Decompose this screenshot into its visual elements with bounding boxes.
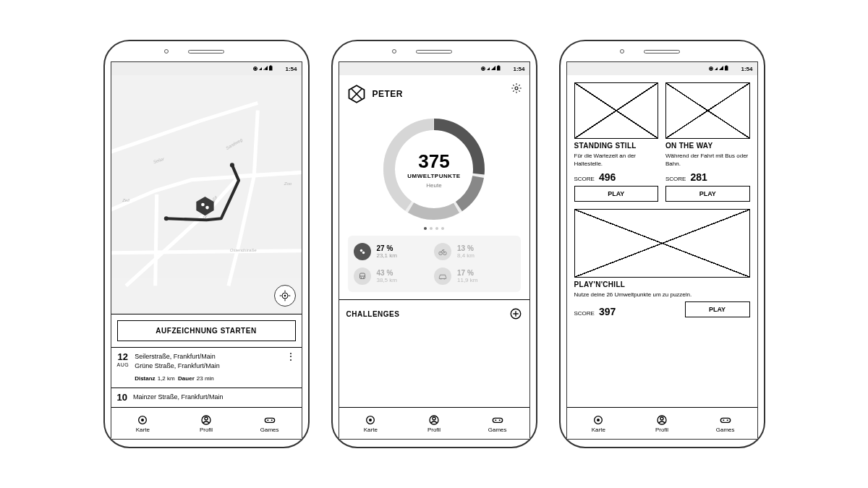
svg-point-50 <box>441 278 442 280</box>
play-button[interactable]: PLAY <box>685 301 750 317</box>
avatar-hex-icon[interactable] <box>346 84 367 104</box>
svg-point-49 <box>362 277 363 278</box>
page-dots[interactable] <box>339 227 529 230</box>
svg-point-67 <box>597 419 600 421</box>
status-time: 1:54 <box>285 66 297 72</box>
svg-point-72 <box>726 419 728 421</box>
tab-profile[interactable]: Profil <box>630 408 694 439</box>
svg-point-36 <box>515 87 518 90</box>
tab-games[interactable]: Games <box>466 408 529 439</box>
play-button[interactable]: PLAY <box>665 186 750 202</box>
svg-rect-26 <box>265 418 274 422</box>
game-card-standing-still: STANDING STILL Für die Wartezeit an der … <box>574 82 659 202</box>
svg-point-27 <box>267 419 268 421</box>
tab-games[interactable]: Games <box>238 408 302 439</box>
svg-rect-32 <box>498 66 500 67</box>
svg-point-15 <box>205 206 209 210</box>
gamepad-icon <box>264 414 276 426</box>
svg-point-56 <box>369 419 372 421</box>
challenges-row[interactable]: CHALLENGES <box>339 299 529 328</box>
svg-point-42 <box>359 249 362 252</box>
status-icons <box>253 65 282 72</box>
svg-rect-59 <box>493 418 502 422</box>
svg-rect-65 <box>726 66 728 67</box>
phone-profile: 1:54 PETER 375 <box>331 40 537 448</box>
svg-point-12 <box>229 163 234 167</box>
image-placeholder <box>574 209 750 278</box>
image-placeholder <box>665 82 750 139</box>
svg-rect-2 <box>269 67 273 71</box>
transit-icon <box>354 267 371 285</box>
play-button[interactable]: PLAY <box>574 186 659 202</box>
walk-icon <box>354 243 371 260</box>
svg-point-69 <box>660 417 663 420</box>
svg-text:Ostendstraße: Ostendstraße <box>229 248 256 252</box>
target-icon <box>137 414 148 426</box>
status-bar: 1:54 <box>339 62 529 75</box>
svg-point-25 <box>205 417 208 420</box>
svg-point-43 <box>362 252 365 254</box>
svg-point-48 <box>360 277 361 278</box>
tab-bar: Karte Profil Games <box>111 407 302 439</box>
locate-button[interactable] <box>274 285 296 307</box>
svg-point-14 <box>201 203 205 207</box>
svg-rect-63 <box>710 68 712 70</box>
svg-point-23 <box>141 419 144 421</box>
points-donut: 375 UMWELTPUNKTE Heute <box>376 111 492 227</box>
svg-point-17 <box>284 294 286 296</box>
user-icon <box>200 414 212 426</box>
more-icon[interactable]: ⋮ <box>286 355 296 358</box>
svg-point-71 <box>723 419 724 421</box>
tab-map[interactable]: Karte <box>339 408 403 439</box>
gear-icon[interactable] <box>511 82 522 94</box>
phone-top <box>105 41 308 61</box>
tab-profile[interactable]: Profil <box>174 408 238 439</box>
svg-point-11 <box>163 216 168 221</box>
status-bar: 1:54 <box>567 62 757 75</box>
map-view[interactable]: Seiler Sandweg Zeil Ostendstraße Zoo Grü… <box>111 75 302 314</box>
svg-rect-70 <box>720 418 730 422</box>
phone-games: 1:54 STANDING STILL Für die Wartezeit an… <box>559 40 765 448</box>
svg-text:Zeil: Zeil <box>122 198 129 202</box>
svg-point-28 <box>271 419 272 421</box>
tab-map[interactable]: Karte <box>111 408 175 439</box>
game-card-on-the-way: ON THE WAY Während der Fahrt mit Bus ode… <box>665 82 750 202</box>
trip-entry[interactable]: 10 Mainzer Straße, Frankfurt/Main <box>111 388 302 407</box>
svg-point-61 <box>498 419 500 421</box>
status-bar: 1:54 <box>111 62 302 75</box>
tab-games[interactable]: Games <box>694 408 757 439</box>
car-icon <box>434 267 451 285</box>
svg-rect-3 <box>270 66 272 67</box>
svg-point-58 <box>433 417 435 420</box>
trip-entry[interactable]: 12AUG Seilerstraße, Frankfurt/Main Grüne… <box>111 347 302 388</box>
start-recording-button[interactable]: AUFZEICHNUNG STARTEN <box>117 320 296 341</box>
transport-stats: 27 %23,1 km 13 %8,4 km 43 %38,5 km 17 %1… <box>348 236 521 292</box>
image-placeholder <box>574 82 659 139</box>
game-card-playnchill: PLAY'N'CHILL Nutze deine 26 Umweltpunkte… <box>574 209 750 318</box>
svg-rect-1 <box>255 68 257 70</box>
svg-rect-64 <box>725 67 728 71</box>
svg-point-51 <box>443 278 445 280</box>
tab-map[interactable]: Karte <box>567 408 631 439</box>
plus-circle-icon[interactable] <box>509 307 522 320</box>
svg-rect-30 <box>482 68 485 70</box>
username: PETER <box>373 89 404 99</box>
svg-rect-31 <box>497 67 501 71</box>
tab-profile[interactable]: Profil <box>402 408 466 439</box>
phone-map: 1:54 Seiler Sandweg <box>103 40 310 448</box>
bike-icon <box>434 243 451 260</box>
svg-text:Zoo: Zoo <box>283 181 292 186</box>
svg-point-60 <box>495 419 496 421</box>
